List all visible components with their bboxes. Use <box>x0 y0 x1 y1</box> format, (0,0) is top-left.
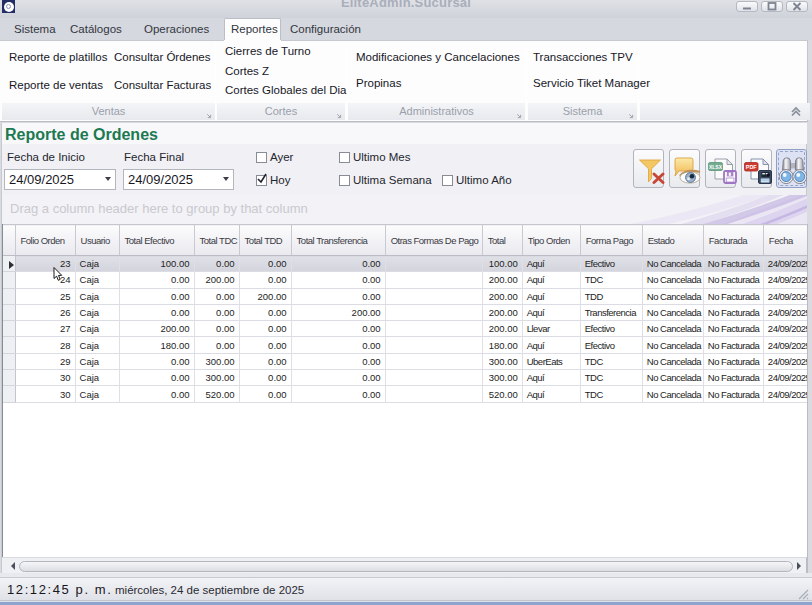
svg-text:XLSX: XLSX <box>709 164 723 170</box>
svg-text:PDF: PDF <box>746 164 757 170</box>
